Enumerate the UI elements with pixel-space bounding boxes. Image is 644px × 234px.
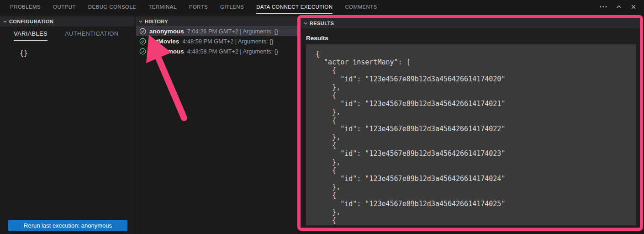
tab-debug-console[interactable]: DEBUG CONSOLE (88, 0, 137, 14)
chevron-down-icon (303, 21, 308, 26)
history-title: HISTORY (145, 19, 168, 24)
history-section-header[interactable]: HISTORY (136, 16, 297, 27)
history-item-name: anonymous (149, 28, 184, 35)
history-row[interactable]: listMovies 4:48:59 PM GMT+2 | Arguments:… (136, 36, 297, 46)
results-title: RESULTS (310, 21, 334, 26)
close-icon[interactable] (631, 4, 636, 10)
history-item-meta: 4:48:59 PM GMT+2 | Arguments: {} (182, 38, 273, 45)
results-body: Results { "actor_insertMany": [ { "id": … (301, 28, 640, 228)
history-list: anonymous 7:04:26 PM GMT+2 | Arguments: … (136, 26, 297, 56)
history-row[interactable]: anonymous 7:04:26 PM GMT+2 | Arguments: … (136, 26, 297, 36)
tab-authentication[interactable]: AUTHENTICATION (65, 30, 118, 41)
history-item-name: listMovies (149, 38, 179, 45)
more-icon[interactable] (600, 6, 607, 8)
history-item-meta: 4:43:58 PM GMT+2 | Arguments: {} (187, 48, 278, 55)
configuration-title: CONFIGURATION (9, 19, 53, 24)
history-item-name: anonymous (149, 48, 184, 55)
configuration-section-header[interactable]: CONFIGURATION (0, 16, 135, 27)
variables-editor[interactable]: {} (20, 49, 28, 57)
results-json-output: { "actor_insertMany": [ { "id": "123e456… (306, 44, 636, 225)
tab-ports[interactable]: PORTS (189, 0, 208, 14)
panel-controls (600, 0, 644, 14)
check-circle-icon (139, 28, 146, 35)
history-panel: HISTORY anonymous 7:04:26 PM GMT+2 | Arg… (136, 14, 297, 234)
configuration-tabs: VARIABLES AUTHENTICATION (14, 30, 118, 41)
configuration-panel: CONFIGURATION VARIABLES AUTHENTICATION {… (0, 14, 135, 234)
check-circle-icon (139, 48, 146, 55)
tab-output[interactable]: OUTPUT (53, 0, 76, 14)
chevron-down-icon (3, 19, 7, 24)
panel-tabbar: PROBLEMS OUTPUT DEBUG CONSOLE TERMINAL P… (0, 0, 644, 14)
history-row[interactable]: anonymous 4:43:58 PM GMT+2 | Arguments: … (136, 46, 297, 56)
results-highlight-annotation: RESULTS Results { "actor_insertMany": [ … (297, 15, 643, 231)
chevron-down-icon (138, 19, 143, 24)
history-item-meta: 7:04:26 PM GMT+2 | Arguments: {} (187, 28, 278, 35)
rerun-last-execution-button[interactable]: Rerun last execution: anonymous (8, 220, 127, 231)
chevron-up-icon[interactable] (616, 5, 622, 9)
results-section-header[interactable]: RESULTS (301, 18, 640, 28)
tab-data-connect-execution[interactable]: DATA CONNECT EXECUTION (256, 0, 333, 14)
check-circle-icon (139, 38, 146, 45)
results-label: Results (306, 35, 636, 42)
tab-comments[interactable]: COMMENTS (345, 0, 377, 14)
panel-body: CONFIGURATION VARIABLES AUTHENTICATION {… (0, 14, 644, 234)
tab-gitlens[interactable]: GITLENS (220, 0, 244, 14)
tab-problems[interactable]: PROBLEMS (10, 0, 41, 14)
results-json-text: { "actor_insertMany": [ { "id": "123e456… (316, 50, 636, 225)
tab-terminal[interactable]: TERMINAL (148, 0, 176, 14)
tab-variables[interactable]: VARIABLES (14, 30, 48, 41)
